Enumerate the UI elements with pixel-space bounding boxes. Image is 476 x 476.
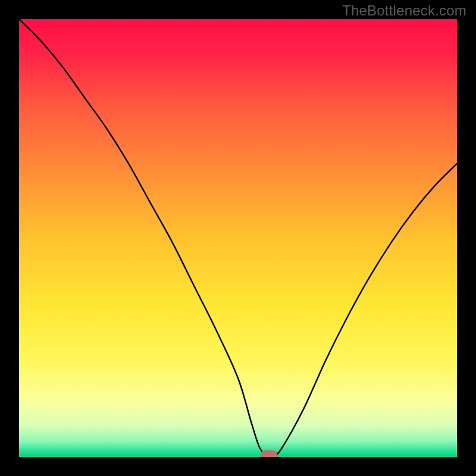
optimal-point-marker (261, 450, 277, 457)
bottleneck-curve (19, 19, 457, 457)
chart-frame: TheBottleneck.com (0, 0, 476, 476)
plot-area (19, 19, 457, 457)
watermark-text: TheBottleneck.com (342, 2, 466, 19)
